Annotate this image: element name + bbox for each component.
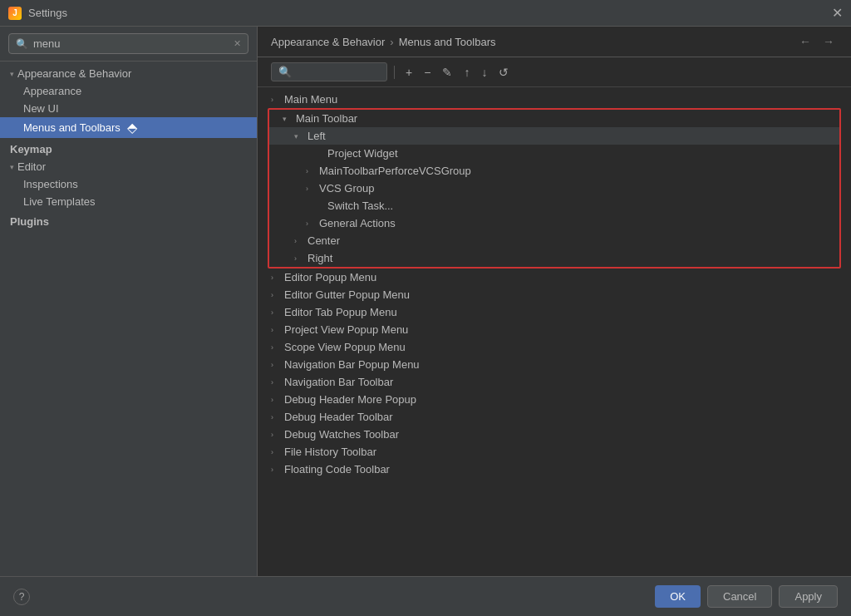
chevron-icon [271,308,281,317]
tree-row-main-menu[interactable]: Main Menu [258,91,851,108]
search-input[interactable] [33,37,229,50]
tree-item-label: Left [307,130,826,142]
tree-row-debug-header-more[interactable]: Debug Header More Popup [258,391,851,408]
tree-item-label: MainToolbarPerforceVCSGroup [319,165,826,177]
chevron-icon [271,274,281,282]
nav-forward-button[interactable]: → [819,33,838,50]
sidebar-item-new-ui[interactable]: New UI [0,100,257,117]
sidebar-item-editor[interactable]: Editor [0,158,257,175]
tree-row-debug-header-toolbar[interactable]: Debug Header Toolbar [258,408,851,426]
tree-item-label: Floating Code Toolbar [284,463,838,476]
chevron-icon [271,378,281,387]
tree-row-general-actions[interactable]: General Actions [269,214,839,232]
nav-back-button[interactable]: ← [796,33,814,50]
sidebar-item-label: New UI [23,102,59,115]
chevron-icon [294,237,304,245]
tree-row-floating-code-toolbar[interactable]: Floating Code Toolbar [258,461,851,478]
chevron-icon [271,343,281,352]
tree-row-navigation-bar-popup[interactable]: Navigation Bar Popup Menu [258,356,851,373]
edit-button[interactable]: ✎ [438,63,456,81]
dialog-content: 🔍 ✕ Appearance & Behavior Appearance New… [0,27,851,576]
footer-left: ? [13,589,30,605]
chevron-icon [283,115,293,123]
window-title: Settings [28,7,67,19]
title-bar-left: J Settings [8,7,67,20]
tree-item-label: Navigation Bar Popup Menu [284,358,838,371]
chevron-icon [271,413,281,421]
tree-item-label: Editor Gutter Popup Menu [284,288,838,301]
sidebar-item-appearance-behavior[interactable]: Appearance & Behavior [0,65,257,82]
sidebar-item-label: Editor [17,160,46,173]
ok-button[interactable]: OK [655,585,701,608]
add-button[interactable]: + [401,63,416,81]
tree-item-label: VCS Group [319,182,826,195]
tree-row-left[interactable]: Left [269,127,839,145]
search-box: 🔍 ✕ [0,27,257,62]
toolbar-separator [394,66,395,79]
search-icon: 🔍 [16,38,28,50]
sidebar-item-label: Keymap [10,143,52,155]
remove-button[interactable]: − [420,63,435,81]
chevron-icon [294,132,304,140]
tree-item-label: Debug Header Toolbar [284,411,838,423]
move-down-button[interactable]: ↓ [477,63,491,81]
sidebar-item-appearance[interactable]: Appearance [0,82,257,100]
sidebar-item-label: Live Templates [23,195,95,208]
content-search-input[interactable] [295,67,378,78]
toolbar: 🔍 + − ✎ ↑ ↓ ↺ [258,57,851,87]
help-button[interactable]: ? [13,589,30,605]
reset-button[interactable]: ↺ [494,63,513,81]
tree-row-center[interactable]: Center [269,232,839,249]
content-search-wrap[interactable]: 🔍 [271,62,387,81]
nav-buttons: ← → [796,33,838,50]
tree-row-navigation-bar-toolbar[interactable]: Navigation Bar Toolbar [258,373,851,391]
move-up-button[interactable]: ↑ [460,63,474,81]
breadcrumb-bar: Appearance & Behavior › Menus and Toolba… [258,27,851,57]
tree-row-vcs-group[interactable]: VCS Group [269,180,839,197]
tree-item-label: Center [307,234,826,247]
title-bar: J Settings ✕ [0,0,851,27]
sidebar-item-label: Appearance [23,85,81,97]
clear-search-icon[interactable]: ✕ [234,38,241,49]
tree-row-editor-tab-popup[interactable]: Editor Tab Popup Menu [258,303,851,321]
chevron-icon [271,291,281,299]
tree-row-project-view-popup[interactable]: Project View Popup Menu [258,321,851,338]
cursor-indicator: ⬘ [127,120,137,136]
tree-row-editor-gutter-popup[interactable]: Editor Gutter Popup Menu [258,286,851,303]
sidebar: 🔍 ✕ Appearance & Behavior Appearance New… [0,27,258,576]
close-window-button[interactable]: ✕ [832,7,843,20]
chevron-icon [306,219,316,228]
breadcrumb: Appearance & Behavior › Menus and Toolba… [271,36,496,48]
tree-row-file-history-toolbar[interactable]: File History Toolbar [258,443,851,461]
breadcrumb-part-1: Appearance & Behavior [271,36,385,48]
tree-row-perforce[interactable]: MainToolbarPerforceVCSGroup [269,162,839,180]
tree-row-switch-task[interactable]: Switch Task... [269,197,839,214]
search-input-wrap[interactable]: 🔍 ✕ [8,33,248,54]
sidebar-item-plugins[interactable]: Plugins [0,210,257,230]
tree-row-main-toolbar[interactable]: Main Toolbar [269,110,839,127]
sidebar-item-menus-toolbars[interactable]: Menus and Toolbars ⬘ [0,117,257,138]
chevron-icon [294,254,304,263]
tree-row-right[interactable]: Right [269,249,839,267]
chevron-icon [306,167,316,175]
tree-row-debug-watches-toolbar[interactable]: Debug Watches Toolbar [258,426,851,443]
tree-row-editor-popup[interactable]: Editor Popup Menu [258,269,851,286]
chevron-icon [271,326,281,334]
breadcrumb-part-2: Menus and Toolbars [399,36,496,48]
search-icon: 🔍 [278,66,292,78]
tree-item-label: Project View Popup Menu [284,323,838,336]
apply-button[interactable]: Apply [779,585,838,608]
app-icon: J [8,7,22,20]
cancel-button[interactable]: Cancel [707,585,772,608]
tree-row-scope-view-popup[interactable]: Scope View Popup Menu [258,338,851,356]
tree-row-project-widget[interactable]: Project Widget [269,145,839,162]
sidebar-item-keymap[interactable]: Keymap [0,138,257,158]
sidebar-item-live-templates[interactable]: Live Templates [0,193,257,210]
breadcrumb-separator: › [390,36,393,48]
tree-item-label: Right [307,252,826,264]
tree-item-label: File History Toolbar [284,446,838,458]
chevron-icon [271,96,281,104]
content-tree: Main Menu Main Toolbar Left [258,87,851,576]
sidebar-item-inspections[interactable]: Inspections [0,175,257,193]
sidebar-item-label: Menus and Toolbars [23,121,121,134]
